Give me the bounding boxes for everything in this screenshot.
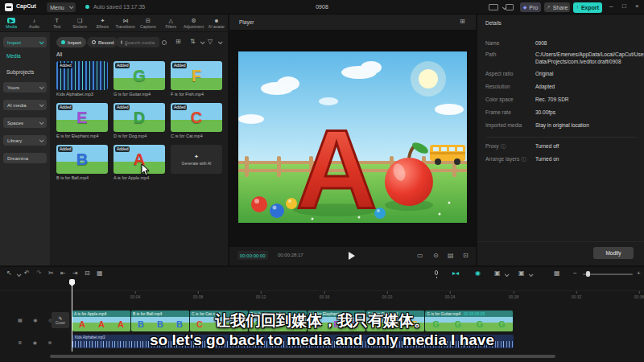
modify-button[interactable]: Modify — [593, 247, 634, 259]
pro-button[interactable]: ◆ Pro — [520, 2, 541, 12]
generate-with-ai-card[interactable]: ✦ Generate with AI — [171, 145, 222, 174]
mirror-icon[interactable]: ⊟ — [85, 270, 90, 277]
sidebar-item-yours[interactable]: Yours — [3, 82, 47, 93]
video-preview[interactable]: A — [238, 51, 467, 223]
detail-row-name: Name0908 — [485, 40, 638, 47]
voiceover-mic-icon[interactable] — [435, 270, 438, 275]
media-item-ball[interactable]: B Added — [56, 145, 108, 174]
stickers-icon: ❏ — [77, 18, 82, 23]
added-badge: Added — [172, 105, 187, 110]
share-icon: ↗ — [547, 5, 551, 10]
media-item-elephant[interactable]: E Added — [56, 103, 108, 132]
sun — [419, 69, 438, 88]
record-button[interactable]: Record — [87, 37, 118, 47]
media-item-fish[interactable]: F Added — [171, 61, 222, 90]
auto-captions-icon[interactable]: ◉ — [475, 270, 481, 277]
grid-view-icon[interactable]: ⊞ — [175, 39, 181, 45]
media-item-label: Kids Alphabet.mp3 — [56, 92, 109, 97]
panel-toggle-icon[interactable] — [506, 4, 514, 10]
detail-row-proxy: Proxyⓘ Turned off — [485, 143, 638, 150]
search-box[interactable] — [118, 37, 159, 47]
sidebar-item-subprojects[interactable]: Subprojects — [6, 69, 34, 75]
current-time-chip[interactable]: 00:00:00:00 — [237, 251, 268, 260]
section-all-label[interactable]: All — [56, 51, 62, 57]
sidebar-item-import[interactable]: Import — [3, 37, 47, 47]
timeline-scrollbar[interactable] — [50, 355, 555, 358]
import-button[interactable]: Import — [56, 37, 86, 47]
crop-icon[interactable]: ▦ — [97, 270, 103, 277]
minimize-button[interactable]: – — [609, 3, 613, 10]
zoom-slider-handle[interactable] — [586, 271, 590, 277]
player-controls: 00:00:00:00 00:00:28:17 ▭ ⊙ ▤ ⊡ — [229, 246, 476, 265]
player-header: Player ⊞ — [229, 14, 476, 31]
layer-toggle-icon[interactable]: ▣ — [518, 270, 525, 277]
added-badge: Added — [115, 146, 130, 152]
zoom-in-icon[interactable]: + — [637, 270, 641, 277]
sidebar-item-dreamina[interactable]: Dreamina — [3, 153, 47, 163]
export-button[interactable]: ↑ Export — [573, 2, 602, 13]
tab-captions[interactable]: ⊟Captions — [137, 14, 159, 31]
tab-stickers[interactable]: ❏Stickers — [68, 14, 91, 31]
audio-toggle-icon[interactable]: ▣ — [494, 270, 501, 277]
tab-ai-avatar[interactable]: ☻AI avatar — [205, 14, 228, 31]
subtitle-line-zh: 让我们回到媒体，我只有媒体。 — [0, 311, 644, 331]
tab-transitions[interactable]: ⋈Transitions — [114, 14, 136, 31]
tab-adjustment[interactable]: ⚙Adjustment — [182, 14, 204, 31]
zoom-out-icon[interactable]: − — [573, 270, 577, 277]
media-item-cat[interactable]: C Added — [171, 103, 222, 132]
export-label: Export — [581, 5, 599, 10]
media-item-label: E is for Elephant.mp4 — [56, 134, 109, 138]
trim-left-icon[interactable]: ⇤ — [60, 270, 66, 277]
preview-axis-icon[interactable]: ▦ — [554, 270, 560, 277]
filter-chevron-icon[interactable] — [218, 39, 223, 44]
maximize-button[interactable]: □ — [622, 3, 626, 10]
layout-toggle-icon[interactable] — [489, 4, 498, 10]
tab-effects[interactable]: ✦Effects — [91, 14, 114, 31]
media-item-kids-alphabet[interactable]: Added — [56, 61, 108, 90]
tab-audio[interactable]: ♪Audio — [23, 14, 45, 31]
details-title: Details — [485, 20, 502, 26]
detail-row-path: PathC:/Users/Emerves/AppData/Local/CapCu… — [485, 51, 638, 66]
select-tool-icon[interactable]: ↖ — [6, 270, 12, 277]
pro-diamond-icon: ◆ — [523, 5, 527, 10]
media-item-apple[interactable]: A Added — [114, 145, 165, 174]
sidebar-item-spaces[interactable]: Spaces — [3, 117, 47, 128]
layer-toggle-chevron-icon[interactable] — [529, 272, 534, 277]
detach-player-icon[interactable]: ⊞ — [460, 19, 465, 25]
redo-icon[interactable]: ↷ — [36, 270, 42, 277]
search-input[interactable] — [125, 40, 157, 45]
sort-icon[interactable]: ⇅ — [190, 39, 196, 45]
tab-filters[interactable]: △Filters — [159, 14, 182, 31]
search-by-image-icon[interactable] — [162, 40, 167, 45]
total-duration: 00:00:28:17 — [278, 253, 303, 257]
audio-toggle-chevron-icon[interactable] — [505, 272, 510, 277]
sort-chevron-icon[interactable] — [200, 39, 205, 44]
tab-media[interactable]: ▶Media — [0, 14, 23, 31]
trim-right-icon[interactable]: ⇥ — [72, 270, 78, 277]
sparkle-icon: ✦ — [194, 154, 199, 159]
search-icon — [121, 40, 122, 44]
sidebar-item-library[interactable]: Library — [3, 135, 47, 146]
sidebar-item-ai-media[interactable]: AI media — [3, 100, 47, 110]
tracker-icon[interactable]: ⊙ — [433, 253, 439, 259]
timeline-ruler[interactable]: 00:04 00:08 00:12 00:16 00:20 00:24 00:2… — [0, 280, 644, 291]
ratio-icon[interactable]: ▭ — [417, 253, 423, 259]
export-icon: ↑ — [576, 5, 579, 10]
snapping-icon[interactable]: ▸◂ — [452, 270, 459, 277]
sidebar-item-media[interactable]: Media — [6, 53, 21, 59]
chevron-down-icon — [39, 102, 44, 107]
close-button[interactable]: × — [635, 3, 639, 10]
media-item-guitar[interactable]: G Added — [114, 61, 165, 90]
timeline-zoom-slider[interactable] — [583, 274, 633, 275]
added-badge: Added — [115, 63, 130, 68]
share-button[interactable]: ↗ Share — [544, 2, 570, 12]
media-item-dog[interactable]: D Added — [114, 103, 165, 132]
tab-text[interactable]: TText — [46, 14, 68, 31]
split-icon[interactable]: ✂ — [48, 270, 54, 277]
fullscreen-icon[interactable]: ⊡ — [463, 253, 469, 259]
play-button[interactable] — [349, 252, 355, 260]
select-tool-chevron-icon[interactable] — [17, 272, 22, 277]
undo-icon[interactable]: ↶ — [24, 270, 30, 277]
filter-icon[interactable]: ▽ — [208, 39, 213, 45]
quality-icon[interactable]: ▤ — [448, 253, 454, 259]
